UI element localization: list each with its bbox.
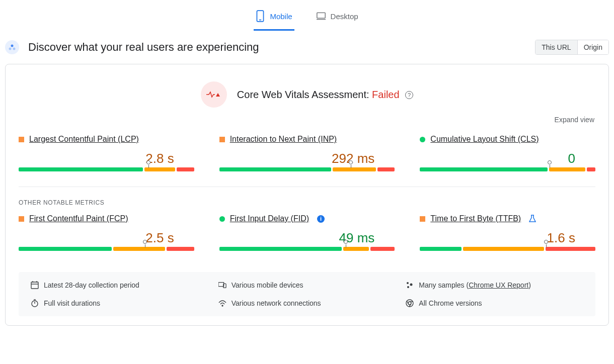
bar-pointer — [143, 240, 147, 244]
footer-period: Latest 28-day collection period — [31, 281, 208, 289]
bar-segment — [113, 247, 165, 251]
status-dot-icon — [420, 137, 425, 142]
svg-point-4 — [9, 48, 12, 50]
tab-desktop[interactable]: Desktop — [315, 6, 360, 31]
metric-value: 2.8 s — [19, 151, 194, 166]
bar-segment — [219, 247, 342, 251]
metric-name-link[interactable]: Largest Contentful Paint (LCP) — [29, 135, 139, 144]
stopwatch-icon — [31, 299, 39, 307]
distribution-bar — [19, 167, 194, 171]
devices-icon — [218, 281, 226, 289]
bar-segment — [420, 247, 461, 251]
footer-chrome: All Chrome versions — [406, 299, 583, 307]
svg-point-16 — [407, 286, 409, 288]
metric-card: Largest Contentful Paint (LCP) 2.8 s — [19, 135, 194, 171]
other-metrics-label: OTHER NOTABLE METRICS — [6, 187, 608, 208]
metric-card: Interaction to Next Paint (INP) 292 ms — [219, 135, 395, 171]
bar-segment — [377, 167, 395, 171]
smartphone-icon — [256, 10, 265, 22]
footer-devices: Various mobile devices — [218, 281, 396, 289]
distribution-bar — [19, 247, 194, 251]
status-square-icon — [19, 137, 24, 142]
metric-name-link[interactable]: First Input Delay (FID) — [230, 214, 309, 223]
status-square-icon — [420, 216, 425, 222]
distribution-bar — [420, 247, 595, 251]
metric-value: 49 ms — [219, 230, 395, 246]
bar-segment — [546, 247, 595, 251]
svg-point-15 — [410, 284, 413, 286]
bar-segment — [343, 247, 369, 251]
device-tabs: Mobile Desktop — [0, 0, 614, 31]
metric-name-link[interactable]: Time to First Byte (TTFB) — [430, 214, 521, 223]
status-square-icon — [219, 137, 225, 142]
bar-segment — [587, 167, 595, 171]
tab-mobile-label: Mobile — [270, 12, 292, 21]
footer-info: Latest 28-day collection period Various … — [19, 272, 595, 316]
bar-segment — [549, 167, 585, 171]
bar-pointer — [146, 160, 150, 164]
distribution-bar — [219, 247, 395, 251]
bar-pointer — [544, 240, 548, 244]
network-icon — [218, 299, 226, 307]
bar-segment — [463, 247, 544, 251]
gauge-icon — [5, 40, 19, 54]
metric-card: Time to First Byte (TTFB) 1.6 s — [420, 214, 595, 251]
core-metrics-row: Largest Contentful Paint (LCP) 2.8 s Int… — [6, 129, 608, 187]
page-title: Discover what your real users are experi… — [28, 41, 259, 54]
assessment-status: Failed — [372, 89, 399, 100]
svg-point-14 — [407, 282, 409, 284]
flask-icon[interactable] — [529, 215, 536, 223]
crux-link[interactable]: Chrome UX Report — [469, 281, 528, 289]
other-metrics-row: First Contentful Paint (FCP) 2.5 s First… — [6, 208, 608, 266]
tab-mobile[interactable]: Mobile — [254, 6, 294, 31]
svg-rect-8 — [31, 282, 38, 289]
info-icon[interactable]: i — [317, 215, 325, 223]
bar-segment — [167, 247, 194, 251]
footer-durations: Full visit durations — [31, 299, 208, 307]
failed-badge-icon — [201, 81, 227, 108]
metric-value: 1.6 s — [420, 230, 595, 246]
metric-name-link[interactable]: First Contentful Paint (FCP) — [29, 214, 128, 223]
toggle-this-url[interactable]: This URL — [535, 40, 577, 54]
metric-value: 292 ms — [219, 151, 395, 166]
metric-card: First Input Delay (FID) i 49 ms — [219, 214, 395, 251]
bar-segment — [370, 247, 395, 251]
distribution-bar — [420, 167, 595, 171]
expand-view-link[interactable]: Expand view — [6, 113, 608, 129]
bar-segment — [420, 167, 548, 171]
chrome-icon — [406, 299, 414, 307]
bar-pointer — [548, 160, 552, 164]
bar-segment — [19, 247, 112, 251]
vitals-card: Core Web Vitals Assessment: Failed ? Exp… — [5, 64, 609, 326]
status-dot-icon — [219, 216, 225, 222]
bar-segment — [177, 167, 194, 171]
bar-pointer — [349, 160, 353, 164]
metric-value: 2.5 s — [19, 230, 194, 246]
svg-rect-2 — [317, 13, 325, 18]
distribution-bar — [219, 167, 395, 171]
calendar-icon — [31, 281, 39, 289]
monitor-icon — [317, 10, 326, 22]
metric-name-link[interactable]: Cumulative Layout Shift (CLS) — [430, 135, 539, 144]
bar-segment — [333, 167, 376, 171]
bar-segment — [219, 167, 332, 171]
bar-segment — [19, 167, 143, 171]
url-origin-toggle: This URL Origin — [535, 40, 609, 55]
footer-samples: Many samples (Chrome UX Report) — [406, 281, 583, 289]
toggle-origin[interactable]: Origin — [577, 40, 608, 54]
svg-point-6 — [13, 48, 16, 50]
metric-name-link[interactable]: Interaction to Next Paint (INP) — [230, 135, 337, 144]
assessment-text: Core Web Vitals Assessment: Failed ? — [237, 89, 413, 101]
assessment-row: Core Web Vitals Assessment: Failed ? — [6, 64, 608, 113]
tab-desktop-label: Desktop — [331, 12, 358, 21]
assessment-prefix: Core Web Vitals Assessment: — [237, 89, 372, 100]
metric-value: 0 — [420, 151, 595, 166]
svg-point-20 — [222, 305, 223, 306]
scatter-icon — [406, 281, 414, 289]
svg-point-5 — [11, 45, 14, 47]
help-icon[interactable]: ? — [405, 91, 413, 99]
svg-rect-12 — [218, 283, 224, 287]
bar-pointer — [344, 240, 348, 244]
status-square-icon — [19, 216, 24, 222]
footer-network: Various network connections — [218, 299, 396, 307]
